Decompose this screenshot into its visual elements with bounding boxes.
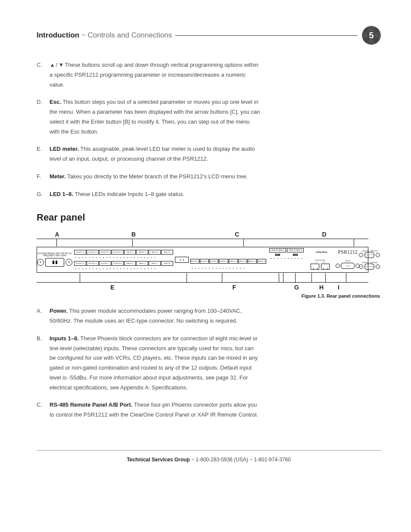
header-rule [175,35,358,36]
phoenix-block: INPUT 7 [149,261,161,266]
item-letter: G. [37,190,50,199]
phoenix-block: OUTPUT 1 [74,250,86,255]
diagram-labels-top: A B C D [37,231,368,238]
phoenix-block: OUTPUT 11 [209,259,218,264]
phoenix-block: INPUT 10 [238,259,247,264]
item-bold: Meter. [50,173,66,180]
controls-list-upper: C. ▲/▼These buttons scroll up and down t… [37,60,381,199]
header-title: Introduction ~ Controls and Connections [37,31,172,40]
phoenix-block: INPUT 12 [257,259,266,264]
footer-text: ~ 1-800-283-5936 (USA) ~ 1-801-974-3760 [190,457,291,463]
phoenix-block: INPUT 4 [161,250,173,255]
item-letter: D. [37,97,50,137]
list-item: G. LED 1–8. These LEDs indicate Inputs 1… [37,190,381,199]
inputs-outputs-block-1: OUTPUT 1OUTPUT 2OUTPUT 3OUTPUT 4INPUT 1I… [72,247,175,272]
phoenix-block: OUTPUT 9 [190,259,199,264]
db25-connector-icon [364,264,374,270]
rs232-label: RS-232 [345,260,350,262]
callout-label: H [313,284,330,291]
remote-panel-ports: REMOTE PANEL A REMOTE PANEL B [268,247,305,272]
phoenix-block: INPUT 8 [161,261,173,266]
phoenix-row: OUTPUT 1OUTPUT 2OUTPUT 3OUTPUT 4INPUT 1I… [74,250,173,255]
power-rating-text: VOLTAGE RANGE: 100V–240 VAC 2A FREQUENCY… [37,253,72,257]
phoenix-block: INPUT 3 [149,250,161,255]
callout-lines-top [37,239,368,247]
diagram-labels-bot: E F G H I [37,284,368,291]
remote-panel-b-label: REMOTE PANEL B [287,248,304,252]
list-item: C. ▲/▼These buttons scroll up and down t… [37,60,381,90]
list-item: A. Power. This power module accommodates… [37,306,381,326]
phoenix-block: OUTPUT 7 [99,261,111,266]
rj45-icon [311,264,319,270]
iec-connector-icon [45,258,64,267]
db9-connector-icon [341,263,355,269]
rear-panel-list: A. Power. This power module accommodates… [37,306,381,420]
screw-icon [336,264,340,268]
callout-label: D [284,231,368,238]
item-letter: E. [37,144,50,164]
list-item: D. Esc. This button steps you out of a s… [37,97,381,137]
phoenix-block: INPUT 1 [124,250,136,255]
power-module: VOLTAGE RANGE: 100V–240 VAC 2A FREQUENCY… [37,247,72,272]
arrows-icon: ▲/▼ [50,62,65,68]
callout-label: B [78,231,190,238]
item-bold: LED 1–8. [50,191,73,197]
page-footer: Technical Services Group ~ 1-800-283-593… [37,450,381,463]
callout-label: A [37,231,78,238]
item-bold: LED meter. [50,146,79,152]
phoenix-block: OUTPUT 3 [99,250,111,255]
phoenix-block: INPUT 11 [248,259,257,264]
item-letter: A. [37,306,50,326]
phoenix-block: OUTPUT 8 [112,261,124,266]
item-letter: C. [37,60,50,90]
rear-panel-illustration: VOLTAGE RANGE: 100V–240 VAC 2A FREQUENCY… [37,247,368,273]
phoenix-block: OUTPUT 6 [87,261,99,266]
item-text: Meter. Takes you directly to the Meter b… [50,172,248,182]
model-label: PSR1212 [338,249,358,255]
footer-bold: Technical Services Group [127,457,190,463]
expansion-bus-label: Expansion Bus [315,259,325,261]
item-bold: Inputs 1–8. [50,335,79,342]
callout-label: G [280,284,313,291]
phoenix-row: OUTPUT 5OUTPUT 6OUTPUT 7OUTPUT 8INPUT 5I… [74,261,173,266]
item-letter: C. [37,400,50,420]
screw-icon [359,264,363,269]
list-item: F. Meter. Takes you directly to the Mete… [37,172,381,182]
inputs-outputs-block-2: OUTPUT 9OUTPUT 10OUTPUT 11OUTPUT 12INPUT… [189,247,268,272]
callout-label: I [330,284,348,291]
phoenix-block: OUTPUT 2 [87,250,99,255]
phoenix-block: OUTPUT 12 [219,259,228,264]
model-and-rs232: PSR1212 RS-232 [338,247,358,272]
screw-icon [376,264,380,269]
item-text: ▲/▼These buttons scroll up and down thro… [50,60,261,90]
page-number: 5 [369,31,374,40]
brand-clearone: ClearOne [316,251,327,253]
phoenix-row: OUTPUT 9OUTPUT 10OUTPUT 11OUTPUT 12INPUT… [190,259,266,264]
expansion-bus: Expansion Bus InOut [305,257,335,272]
item-text: Inputs 1–8. These Phoenix block connecto… [50,334,261,393]
header-title-sep: ~ [79,31,87,39]
list-item: B. Inputs 1–8. These Phoenix block conne… [37,334,381,393]
item-bold: Esc. [50,99,61,105]
screw-icon [37,259,44,266]
db25-connector-icon [364,252,374,258]
phoenix-block: OUTPUT 10 [200,259,209,264]
header-title-bold: Introduction [37,31,79,39]
phoenix-block: INPUT 5 [124,261,136,266]
page-header: Introduction ~ Controls and Connections [37,26,381,45]
control-status-ports: CONTROL / STATUS A CONTROL / STATUS B [358,247,381,272]
brand-label: ClearOne [305,247,338,257]
link-zone: ◄► [175,247,189,272]
item-text: LED 1–8. These LEDs indicate Inputs 1–8 … [50,190,184,199]
list-item: E. LED meter. This assignable, peak-leve… [37,144,381,164]
figure-caption: Figure 1.3. Rear panel connections [37,293,381,299]
screw-icon [65,259,72,266]
screw-icon [359,253,363,257]
item-text: RS-485 Remote Panel A/B Port. These four… [50,400,261,420]
brand-and-bus: ClearOne Expansion Bus InOut [305,247,338,272]
item-letter: F. [37,172,50,182]
header-title-light: Controls and Connections [88,31,172,39]
phoenix-block: OUTPUT 4 [112,250,124,255]
item-text: Power. This power module accommodates po… [50,306,261,326]
section-heading: Rear panel [37,212,381,223]
